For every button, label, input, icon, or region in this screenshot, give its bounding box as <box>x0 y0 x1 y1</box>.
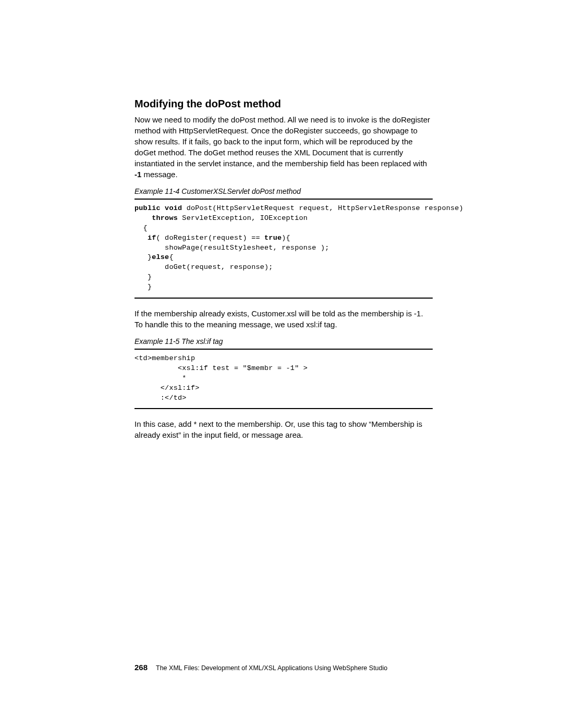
code-line: showPage(resultStylesheet, response ); <box>134 244 329 252</box>
code-divider <box>134 199 433 200</box>
code-divider <box>134 408 433 409</box>
code-line: } <box>134 283 152 291</box>
paragraph1-bold: -1 <box>134 170 141 179</box>
code-text: ServletException, IOException <box>178 214 308 222</box>
code-line: </xsl:if> <box>134 384 200 392</box>
example-11-5-caption: Example 11-5 The xsl:if tag <box>134 337 433 346</box>
code-line: { <box>134 224 148 232</box>
code-example-11-5: <td>membership <xsl:if test = "$membr = … <box>134 354 433 403</box>
keyword-else: else <box>152 253 169 261</box>
paragraph1-part1: Now we need to modify the doPost method.… <box>134 115 430 168</box>
paragraph-membership: If the membership already exists, Custom… <box>134 308 433 330</box>
code-line: :</td> <box>134 394 187 402</box>
code-line: <xsl:if test = "$membr = -1" > <box>134 364 308 372</box>
code-example-11-4: public void doPost(HttpServletRequest re… <box>134 204 433 292</box>
page-content: Modifying the doPost method Now we need … <box>134 98 433 446</box>
code-divider <box>134 298 433 299</box>
code-line: { <box>169 253 173 261</box>
intro-paragraph: Now we need to modify the doPost method.… <box>134 114 433 180</box>
footer-book-title: The XML Files: Development of XML/XSL Ap… <box>156 664 387 672</box>
page-number: 268 <box>134 663 148 672</box>
paragraph1-part2: message. <box>141 170 177 179</box>
keyword-true: true <box>264 234 282 242</box>
keyword-throws: throws <box>152 214 178 222</box>
code-line: doGet(request, response); <box>134 263 273 271</box>
paragraph-conclusion: In this case, add * next to the membersh… <box>134 418 433 440</box>
code-line: } <box>134 273 152 281</box>
code-text: ( doRegister(request) == <box>156 234 265 242</box>
keyword-if: if <box>148 234 156 242</box>
code-text: doPost(HttpServletRequest request, HttpS… <box>182 204 463 212</box>
code-line: <td>membership <box>134 354 195 362</box>
code-line: } <box>134 253 152 261</box>
section-heading: Modifying the doPost method <box>134 98 433 110</box>
code-divider <box>134 349 433 350</box>
page-footer: 268 The XML Files: Development of XML/XS… <box>134 663 387 672</box>
example-11-4-caption: Example 11-4 CustomerXSLServlet doPost m… <box>134 187 433 195</box>
keyword-public-void: public void <box>134 204 182 212</box>
code-text: ){ <box>282 234 290 242</box>
code-line: * <box>134 374 187 382</box>
